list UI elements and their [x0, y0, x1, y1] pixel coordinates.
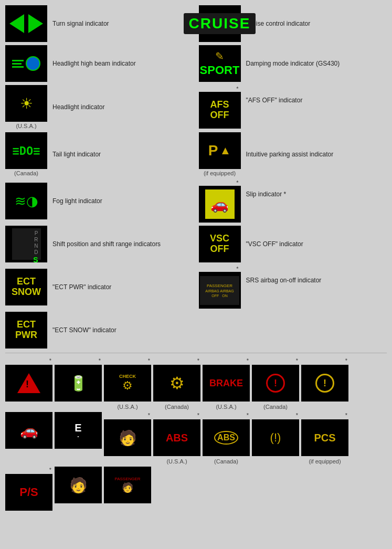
warning-row-1: * * 🔋 * CHECK ⚙ (U.S.A.) * — [5, 357, 387, 410]
battery-box: 🔋 — [55, 365, 102, 402]
tail-label: Tail light indicator — [52, 150, 194, 159]
shift-p: P — [35, 230, 38, 236]
col-hb: Headlight high beam indicator — [5, 45, 194, 82]
e-text: E — [75, 422, 81, 434]
brake-box: BRAKE — [203, 365, 250, 402]
fuel-dot: • — [78, 434, 79, 439]
row-7: ECT SNOW "ECT PWR" indicator * PASSENGER… — [5, 266, 387, 309]
brake-item: * BRAKE (U.S.A.) — [203, 357, 250, 410]
abs-usa-box: ABS — [153, 419, 200, 456]
col-afs: * AFS OFF "AFS OFF" indicator — [194, 85, 387, 129]
arrow-left-icon — [9, 14, 24, 33]
circle-yellow-box: ! — [301, 365, 348, 402]
brake-sub: (U.S.A.) — [216, 404, 236, 410]
headlight-wrapper: ☀ (U.S.A.) — [5, 85, 47, 129]
warn-triangle-asterisk: * — [49, 357, 51, 364]
ect-pwr-box: ECT SNOW — [5, 269, 47, 305]
pcs-asterisk: * — [345, 412, 347, 418]
turn-signal-wrapper — [5, 5, 47, 42]
srs-wrapper: * PASSENGER AIRBAG AIRBAG OFF ON — [199, 266, 241, 309]
shift-label: Shift position and shift range indicator… — [52, 240, 194, 249]
tpms-item: * (!) — [252, 412, 299, 464]
car-icon: 🚗 — [20, 422, 38, 439]
seat-belt-icon: 🧑 — [69, 477, 88, 494]
passenger-box: PASSENGER 🧑 — [104, 467, 151, 503]
battery-asterisk: * — [99, 357, 101, 364]
shift-inner: P R N D S — [12, 228, 41, 260]
warn-triangle-icon — [17, 373, 40, 393]
srs-box: PASSENGER AIRBAG AIRBAG OFF ON — [199, 272, 241, 309]
ps-box: P/S — [5, 474, 52, 511]
e-fuel-item: E • — [55, 412, 102, 464]
passenger-item: PASSENGER 🧑 — [104, 467, 151, 511]
abs-can-text: ABS — [214, 431, 238, 445]
afs-box: AFS OFF — [199, 92, 241, 129]
row-2: Headlight high beam indicator ✎ SPORT Da… — [5, 45, 387, 82]
srs-airbag: AIRBAG AIRBAG — [205, 289, 234, 293]
slip-label: Slip indicator * — [246, 180, 287, 199]
sport-inner: ✎ SPORT — [200, 50, 240, 77]
pcs-box: PCS — [301, 419, 348, 456]
check-usa-box: CHECK ⚙ — [104, 365, 151, 402]
beam-line-3 — [12, 66, 24, 68]
tail-box: ≡DO≡ — [5, 132, 47, 169]
engine-icon: ⚙ — [122, 379, 133, 393]
person-box: 🧑 — [104, 419, 151, 456]
person-warn-item: * 🧑 — [104, 412, 151, 464]
fog-wrapper: ≋◑ — [5, 183, 47, 219]
shift-wrapper: P R N D S — [5, 226, 47, 262]
hb-wrapper — [5, 45, 47, 82]
check-text: CHECK — [119, 374, 136, 379]
row-5: ≋◑ Fog light indicator * 🚗 Slip indicato… — [5, 180, 387, 223]
afs-row: * AFS OFF "AFS OFF" indicator — [199, 86, 303, 129]
battery-item: * 🔋 — [55, 357, 102, 410]
sport-text: SPORT — [200, 64, 240, 77]
beam-line-1 — [12, 60, 24, 61]
abs-can-asterisk: * — [247, 412, 249, 418]
cruise-label: Cruise control indicator — [246, 19, 387, 28]
circle-red-sub: (Canada) — [263, 404, 288, 410]
check-can-sub: (Canada) — [165, 404, 189, 410]
cruise-box: CRUISE — [199, 5, 241, 42]
col-empty — [194, 312, 387, 349]
vsc-text: VSC OFF — [210, 234, 229, 255]
circle-excl-yellow: ! — [315, 374, 334, 393]
warn-triangle-box — [5, 365, 52, 402]
seat-belt-item: 🧑 — [55, 467, 102, 511]
srs-bottom: AIRBAG AIRBAG — [205, 289, 234, 293]
parking-sub: (if equipped) — [204, 170, 236, 176]
srs-off: OFF — [211, 294, 219, 298]
cruise-wrapper: CRUISE — [199, 5, 241, 42]
ect-snow-label: "ECT SNOW" indicator — [52, 326, 194, 335]
shift-s: S — [33, 256, 38, 264]
cruise-text: CRUISE — [189, 15, 251, 31]
abs-usa-sub: (U.S.A.) — [166, 458, 187, 464]
arrow-right-icon — [28, 14, 43, 33]
srs-asterisk: * — [236, 266, 238, 272]
fog-icon: ≋◑ — [15, 193, 38, 209]
circle-yellow-item: * ! — [301, 357, 348, 410]
hb-icon — [12, 56, 40, 71]
srs-inner: PASSENGER AIRBAG AIRBAG OFF ON — [200, 276, 239, 305]
p-icon: P — [208, 142, 218, 159]
warn-triangle-item: * — [5, 357, 52, 410]
slip-row: * 🚗 Slip indicator * — [199, 180, 287, 223]
col-slip: * 🚗 Slip indicator * — [194, 180, 387, 223]
parking-icon: P ▲ — [208, 142, 231, 159]
circle-excl-red: ! — [266, 374, 285, 393]
battery-icon: 🔋 — [69, 375, 88, 392]
col-shift: P R N D S Shift position and shift range… — [5, 226, 194, 262]
shift-box: P R N D S — [5, 226, 47, 262]
ect-pwr-label: "ECT PWR" indicator — [52, 283, 194, 292]
passenger-inner: PASSENGER 🧑 — [114, 477, 140, 493]
row-4: ≡DO≡ (Canada) Tail light indicator P ▲ (… — [5, 132, 387, 176]
afs-wrapper: * AFS OFF — [199, 86, 241, 129]
col-fog: ≋◑ Fog light indicator — [5, 180, 194, 223]
col-ect-pwr: ECT SNOW "ECT PWR" indicator — [5, 266, 194, 309]
ps-text: P/S — [19, 485, 38, 499]
row-3: ☀ (U.S.A.) Headlight indicator * AFS OFF — [5, 85, 387, 129]
srs-label: SRS airbag on-off indicator — [246, 266, 322, 285]
hb-label: Headlight high beam indicator — [52, 59, 194, 68]
afs-text: AFS OFF — [210, 100, 229, 121]
tail-wrapper: ≡DO≡ (Canada) — [5, 132, 47, 176]
